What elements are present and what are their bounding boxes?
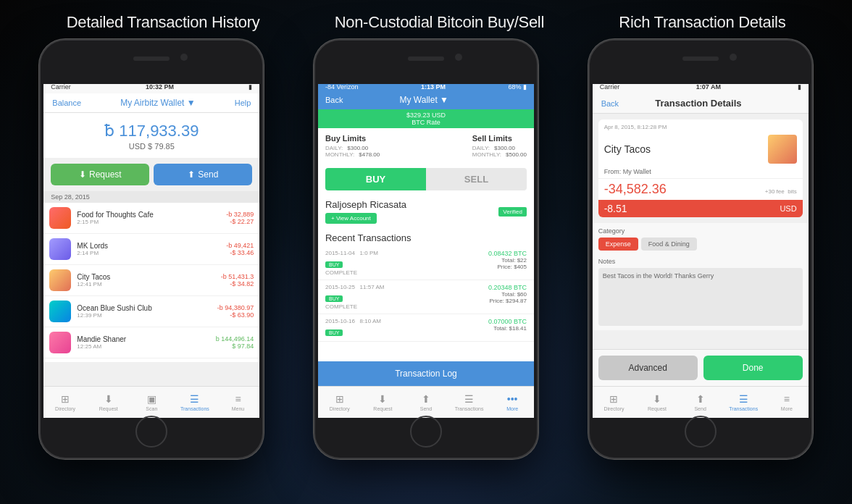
section-headers: Detailed Transaction History Non-Custodi… [0,0,852,39]
phones-row: Carrier 10:32 PM ▮ Balance My Airbitz Wa… [0,39,852,459]
phone-3-carrier: Carrier [600,83,620,91]
request-icon: ⬇ [104,393,113,405]
phone-2-user-section: Raljoseph Ricasata + View Account Verifi… [318,195,534,228]
table-row[interactable]: Food for Thoughts Cafe 2:15 PM -b 32,889… [43,203,259,234]
tab-send-2[interactable]: ⬆ Send [404,393,448,411]
done-button[interactable]: Done [703,356,803,380]
tx-icon-person [49,238,71,260]
menu-icon: ≡ [235,393,241,405]
advanced-button[interactable]: Advanced [598,356,698,380]
phone-2-speaker [408,56,444,61]
notes-text[interactable]: Best Tacos in the World! Thanks Gerry [598,268,803,326]
phone-1-time: 10:32 PM [146,83,174,91]
btc-amount-row: -34,582.36 +30 fee bits [598,178,803,200]
merchant-name: City Tacos [604,143,768,155]
tab-request[interactable]: ⬇ Request [87,393,130,411]
phone-3-tabbar: ⊞ Directory ⬇ Request ⬆ Send ☰ Transacti… [593,386,809,418]
phone-2-statusbar: -84 Verizon 1:13 PM 68% ▮ [318,80,534,93]
tab-scan[interactable]: ▣ Scan [130,393,174,411]
tab-more-3[interactable]: ≡ More [765,393,809,411]
phone-3-title: Transaction Details [655,98,741,109]
request-icon-2: ⬇ [378,393,387,405]
list-item[interactable]: 2015-11-04 1:0 PM BUY COMPLETE 0.08432 B… [318,246,534,280]
phone-2-battery: 68% ▮ [508,83,527,91]
tab-more-2[interactable]: ••• More [490,393,534,411]
list-item[interactable]: 2015-10-16 8:10 AM BUY 0.07000 BTC Total… [318,314,534,342]
recent-transactions-title: Recent Transactions [318,228,534,246]
phone-3-home-button[interactable] [685,416,717,448]
transaction-date: Apr 8, 2015, 8:12:28 PM [598,119,803,132]
merchant-row: City Tacos [598,132,803,167]
transactions-icon-2: ☰ [464,393,474,405]
transaction-detail-card: Apr 8, 2015, 8:12:28 PM City Tacos From:… [598,119,803,217]
tx-icon-tacos [49,269,71,291]
tab-request-3[interactable]: ⬇ Request [635,393,679,411]
tx-icon-food [49,207,71,229]
table-row[interactable]: Mandie Shaner 12:25 AM b 144,496.14 $ 97… [43,327,259,358]
phone-1-screen: Carrier 10:32 PM ▮ Balance My Airbitz Wa… [43,80,259,418]
phone-2: -84 Verizon 1:13 PM 68% ▮ Back My Wallet… [314,39,538,459]
header-title-1: Detailed Transaction History [67,13,260,32]
food-dining-button[interactable]: Food & Dining [641,238,697,251]
directory-icon-3: ⊞ [609,393,618,405]
phone-3: Carrier 1:07 AM ▮ Back Transaction Detai… [588,39,813,459]
phone-1-request-button[interactable]: ⬇ Request [51,164,149,185]
phone-1: Carrier 10:32 PM ▮ Balance My Airbitz Wa… [39,39,264,459]
tab-transactions[interactable]: ☰ Transactions [173,393,217,411]
phone-1-send-button[interactable]: ⬆ Send [154,164,252,185]
phone-1-wallet-title[interactable]: My Airbitz Wallet ▼ [120,98,195,108]
phone-3-camera [730,54,737,61]
tab-directory-3[interactable]: ⊞ Directory [593,393,636,411]
tx-icon-person2 [49,332,71,353]
table-row[interactable]: City Tacos 12:41 PM -b 51,431.3 -$ 34.82 [43,265,259,296]
phone-1-header: Balance My Airbitz Wallet ▼ Help [43,93,259,113]
phone-1-action-buttons: ⬇ Request ⬆ Send [51,164,252,185]
request-down-icon: ⬇ [79,169,86,180]
tab-transactions-2[interactable]: ☰ Transactions [448,393,491,411]
phone-1-transaction-list: Food for Thoughts Cafe 2:15 PM -b 32,889… [43,203,259,362]
request-icon-3: ⬇ [653,393,661,405]
phone-3-back-button[interactable]: Back [601,99,619,108]
phone-2-btc-rate: $329.23 USD BTC Rate [318,109,534,128]
scan-icon: ▣ [147,393,156,405]
phone-2-wallet-title[interactable]: My Wallet ▼ [400,95,448,105]
usd-amount-row: -8.51 USD [598,200,803,217]
phone-2-screen: -84 Verizon 1:13 PM 68% ▮ Back My Wallet… [318,80,534,418]
more-icon-3: ≡ [784,393,790,405]
phone-2-back-button[interactable]: Back [325,96,343,104]
tab-transactions-3[interactable]: ☰ Transactions [722,393,765,411]
transactions-icon: ☰ [190,393,199,405]
tx-icon-sushi [49,301,71,322]
list-item[interactable]: 2015-10-25 11:57 AM BUY COMPLETE 0.20348… [318,280,534,314]
phone-1-help-link[interactable]: Help [235,98,251,107]
send-icon-3: ⬆ [696,393,705,405]
phone-1-statusbar: Carrier 10:32 PM ▮ [43,80,259,93]
table-row[interactable]: MK Lords 2:14 PM -b 49,421 -$ 33.46 [43,234,259,265]
phone-1-balance-link[interactable]: Balance [52,98,81,107]
phone-3-screen: Carrier 1:07 AM ▮ Back Transaction Detai… [593,80,809,418]
sell-tab[interactable]: SELL [426,168,527,190]
bits-label: bits [788,188,796,195]
phone-1-balance-section: ƀ 117,933.39 USD $ 79.85 [43,113,259,158]
buy-tab[interactable]: BUY [325,168,426,190]
verified-badge: Verified [498,207,527,217]
tab-request-2[interactable]: ⬇ Request [362,393,405,411]
tab-menu[interactable]: ≡ Menu [217,393,260,411]
category-section: Category Expense Food & Dining [593,223,809,253]
tab-directory-2[interactable]: ⊞ Directory [318,393,362,411]
sell-limits-title: Sell Limits [472,134,527,143]
table-row[interactable]: Tostadas 12:24 AM -b 18,728 -$ 12.68 [43,358,259,362]
phone-2-home-button[interactable] [410,416,442,448]
phone-2-tabbar: ⊞ Directory ⬇ Request ⬆ Send ☰ Transacti… [318,386,534,418]
tab-send-3[interactable]: ⬆ Send [679,393,722,411]
transaction-log-button[interactable]: Transaction Log [318,361,534,386]
expense-button[interactable]: Expense [598,238,638,251]
tab-directory[interactable]: ⊞ Directory [43,393,87,411]
transactions-icon-3: ☰ [739,393,748,405]
phone-1-camera [180,54,188,61]
view-account-button[interactable]: + View Account [325,213,377,224]
usd-amount: -8.51 [604,203,627,214]
phone-1-home-button[interactable] [135,416,167,448]
table-row[interactable]: Ocean Blue Sushi Club 12:39 PM -b 94,380… [43,296,259,327]
fee-text: +30 fee [765,188,785,195]
